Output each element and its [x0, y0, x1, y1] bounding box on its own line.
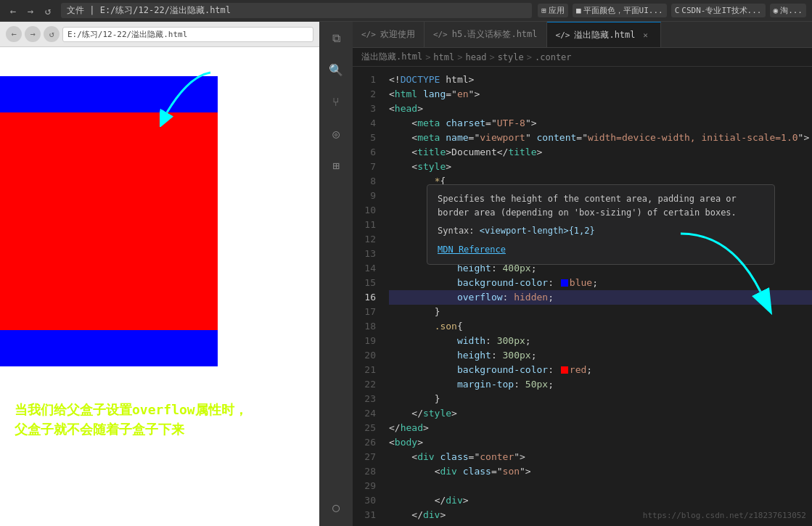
tab-h5[interactable]: </> h5.语义话标签.html — [425, 22, 547, 47]
code-line-28: <div class="son"> — [389, 464, 812, 479]
tab-yichu[interactable]: </> 溢出隐藏.html ✕ — [547, 22, 661, 47]
bookmark-apps[interactable]: ⊞ 应用 — [538, 4, 568, 17]
breadcrumb-file: 溢出隐藏.html — [361, 51, 422, 63]
tab-yichu-icon: </> — [556, 30, 570, 40]
code-line-20: height: 300px; — [389, 348, 812, 363]
code-line-17: } — [389, 305, 812, 319]
breadcrumb-style: style — [498, 52, 524, 62]
tooltip-description: Specifies the height of the content area… — [438, 192, 764, 220]
line-num-23: 23 — [353, 392, 383, 406]
preview-red-child — [0, 112, 218, 330]
line-num-7: 7 — [353, 160, 383, 174]
line-num-3: 3 — [353, 102, 383, 116]
tab-h5-label: h5.语义话标签.html — [452, 28, 538, 41]
code-line-15: background-color: blue; — [389, 276, 812, 290]
cyan-arrow — [160, 69, 232, 127]
line-num-15: 15 — [353, 276, 383, 290]
browser-nav: ← → ↺ — [6, 4, 55, 18]
tooltip-content: Specifies the height of the content area… — [427, 185, 774, 264]
code-line-18: .son{ — [389, 319, 812, 334]
tab-yichu-close[interactable]: ✕ — [640, 29, 652, 41]
breadcrumb: 溢出隐藏.html > html > head > style > .conte… — [353, 48, 812, 67]
address-bar[interactable]: 文件 | E:/练习/12-22/溢出隐藏.html — [61, 3, 532, 18]
preview-caption: 当我们给父盒子设置overflow属性时， 父盒子就不会随着子盒子下来 — [15, 400, 247, 439]
bookmark-csdn[interactable]: C CSDN-专业IT技术... — [671, 4, 766, 17]
breadcrumb-sep-1: > — [425, 52, 430, 62]
bookmark-flat[interactable]: ■ 平面颜色，平面UI... — [573, 4, 667, 17]
line-num-22: 22 — [353, 377, 383, 392]
tooltip-popup: Specifies the height of the content area… — [427, 184, 775, 265]
line-num-24: 24 — [353, 406, 383, 421]
line-num-5: 5 — [353, 131, 383, 145]
line-num-11: 11 — [353, 218, 383, 232]
line-num-16: 16 — [353, 290, 383, 305]
preview-refresh[interactable]: ↺ — [44, 26, 60, 42]
sidebar-icon-account[interactable]: ◯ — [326, 497, 346, 517]
line-num-20: 20 — [353, 348, 383, 363]
line-num-8: 8 — [353, 174, 383, 189]
main-layout: ← → ↺ E:/练习/12-22/溢出隐藏.html — [0, 22, 812, 526]
tooltip-syntax-label: Syntax: — [438, 226, 475, 236]
line-num-13: 13 — [353, 247, 383, 261]
tooltip-syntax: Syntax: <viewport-length>{1,2} — [438, 224, 764, 238]
line-num-21: 21 — [353, 363, 383, 377]
tab-welcome[interactable]: </> 欢迎使用 — [353, 22, 425, 47]
breadcrumb-sep-3: > — [489, 52, 494, 62]
preview-forward[interactable]: → — [25, 26, 41, 42]
code-line-27: <div class="conter"> — [389, 450, 812, 464]
sidebar-icon-run[interactable]: ◎ — [326, 123, 346, 144]
forward-button[interactable]: → — [23, 4, 38, 18]
code-line-26: <body> — [389, 435, 812, 450]
line-num-12: 12 — [353, 232, 383, 247]
code-line-6: <title>Document</title> — [389, 145, 812, 160]
bookmark-taobao[interactable]: ◉ 淘... — [770, 4, 807, 17]
code-line-7: <style> — [389, 160, 812, 174]
code-lines[interactable]: <!DOCTYPE html> <html lang="en"> <head> — [383, 67, 812, 526]
tab-yichu-label: 溢出隐藏.html — [574, 29, 635, 41]
bookmarks: ⊞ 应用 ■ 平面颜色，平面UI... C CSDN-专业IT技术... ◉ 淘… — [538, 4, 806, 17]
code-line-4: <meta charset="UTF-8"> — [389, 116, 812, 131]
sidebar-icon-extensions[interactable]: ⊞ — [326, 155, 346, 176]
line-num-9: 9 — [353, 189, 383, 203]
refresh-button[interactable]: ↺ — [41, 4, 55, 18]
code-line-29 — [389, 479, 812, 493]
code-line-2: <html lang="en"> — [389, 87, 812, 102]
editor-tabs: </> 欢迎使用 </> h5.语义话标签.html </> 溢出隐藏.html… — [353, 22, 812, 48]
tooltip-mdn-link[interactable]: MDN Reference — [438, 244, 506, 255]
code-line-3: <head> — [389, 102, 812, 116]
line-num-29: 29 — [353, 479, 383, 493]
tab-welcome-label: 欢迎使用 — [380, 28, 415, 41]
sidebar-icon-scm[interactable]: ⑂ — [326, 91, 346, 112]
preview-back[interactable]: ← — [6, 26, 22, 42]
preview-content: 当我们给父盒子设置overflow属性时， 父盒子就不会随着子盒子下来 — [0, 47, 319, 526]
line-num-6: 6 — [353, 145, 383, 160]
preview-address: E:/练习/12-22/溢出隐藏.html — [62, 27, 313, 42]
line-num-28: 28 — [353, 464, 383, 479]
line-num-19: 19 — [353, 334, 383, 348]
preview-panel: ← → ↺ E:/练习/12-22/溢出隐藏.html — [0, 22, 319, 526]
sidebar-icons: ⧉ 🔍 ⑂ ◎ ⊞ ◯ — [319, 22, 353, 526]
back-button[interactable]: ← — [6, 4, 20, 18]
csdn-watermark: https://blog.csdn.net/z18237613052 — [643, 511, 806, 520]
sidebar-icon-search[interactable]: 🔍 — [326, 59, 346, 80]
breadcrumb-sep-4: > — [527, 52, 532, 62]
line-num-17: 17 — [353, 305, 383, 319]
line-num-14: 14 — [353, 261, 383, 276]
breadcrumb-html: html — [433, 52, 454, 62]
code-line-32 — [389, 522, 812, 526]
tooltip-mdn: MDN Reference — [438, 243, 764, 257]
line-num-10: 10 — [353, 203, 383, 218]
editor-panel: ⧉ 🔍 ⑂ ◎ ⊞ ◯ </> 欢迎使用 </> — [319, 22, 812, 526]
title-bar: ← → ↺ 文件 | E:/练习/12-22/溢出隐藏.html ⊞ 应用 ■ … — [0, 0, 812, 22]
code-line-24: </style> — [389, 406, 812, 421]
line-num-1: 1 — [353, 73, 383, 87]
code-line-19: width: 300px; — [389, 334, 812, 348]
line-num-25: 25 — [353, 421, 383, 435]
code-line-30: </div> — [389, 493, 812, 508]
code-area: 1 2 3 4 5 6 7 8 9 10 11 12 13 14 — [353, 67, 812, 526]
breadcrumb-head: head — [466, 52, 487, 62]
code-line-16: overflow: hidden; — [389, 290, 812, 305]
sidebar-icon-files[interactable]: ⧉ — [326, 28, 346, 48]
line-num-32: 32 — [353, 522, 383, 526]
breadcrumb-conter: .conter — [535, 52, 572, 62]
